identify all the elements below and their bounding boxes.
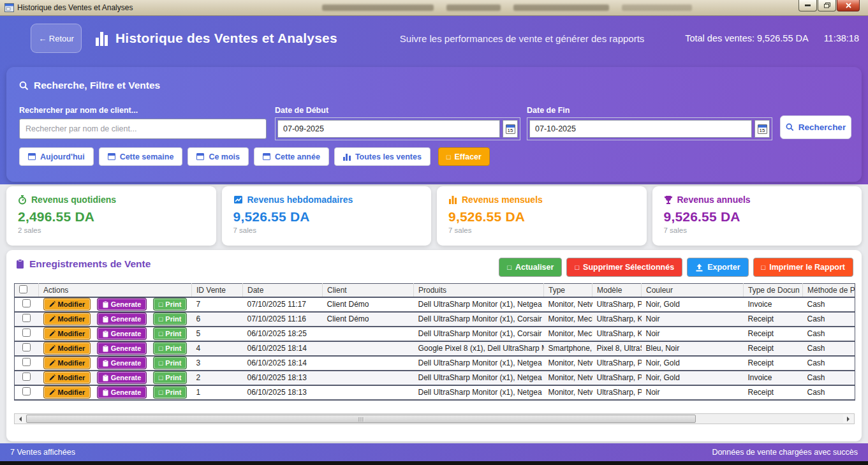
edit-button[interactable]: Modifier (43, 327, 91, 340)
print-button[interactable]: □ Print (153, 357, 188, 369)
pencil-icon (49, 345, 55, 351)
col-couleur[interactable]: Couleur (642, 284, 744, 297)
refresh-button[interactable]: □ Actualiser (499, 258, 562, 277)
row-checkbox[interactable] (22, 343, 31, 351)
background-window-blur (513, 4, 609, 11)
quick-filter-this-week[interactable]: Cette semaine (99, 147, 183, 166)
print-button[interactable]: □ Print (153, 298, 188, 311)
select-all-checkbox[interactable] (19, 285, 27, 293)
date-start-input[interactable] (277, 120, 500, 138)
scrollbar-track[interactable] (26, 414, 843, 424)
generate-button[interactable]: Generate (97, 386, 147, 399)
cell-type: Monitor, Network Swi (544, 297, 592, 312)
sales-count: 7 sales (233, 226, 420, 234)
background-window-blur (622, 4, 692, 11)
clipboard-icon (103, 345, 108, 352)
row-checkbox[interactable] (22, 373, 31, 381)
generate-button[interactable]: Generate (97, 298, 147, 311)
date-start-label: Date de Début (275, 106, 328, 115)
status-left: 7 Ventes affichées (10, 448, 75, 457)
row-checkbox[interactable] (22, 314, 31, 322)
delete-selected-button[interactable]: □ Supprimer Sélectionnés (566, 258, 682, 277)
export-button[interactable]: Exporter (687, 258, 748, 277)
calendar-icon: 15 (506, 124, 515, 134)
row-checkbox[interactable] (22, 387, 31, 395)
pencil-icon (49, 360, 55, 366)
edit-button[interactable]: Modifier (43, 386, 91, 399)
generate-button[interactable]: Generate (97, 342, 147, 355)
print-button[interactable]: □ Print (153, 313, 188, 325)
quick-filter-this-month[interactable]: Ce mois (188, 147, 249, 166)
date-start-calendar-button[interactable]: 15 (503, 120, 518, 138)
row-checkbox[interactable] (22, 358, 31, 366)
table-row[interactable]: Modifier Generate □ Print 3 06/10/2025 1… (15, 356, 855, 371)
app-header: ← Retour Historique des Ventes et Analys… (0, 16, 868, 61)
generate-button[interactable]: Generate (97, 313, 147, 325)
col-id-vente[interactable]: ID Vente (192, 284, 243, 297)
print-button[interactable]: □ Print (153, 342, 188, 355)
cell-type: Monitor, Mechanical I (544, 312, 592, 327)
minimize-button[interactable] (798, 0, 817, 11)
search-button[interactable]: Rechercher (780, 115, 851, 139)
edit-button[interactable]: Modifier (43, 357, 91, 369)
table-row[interactable]: Modifier Generate □ Print 6 07/10/2025 1… (15, 312, 855, 327)
cell-produits: Google Pixel 8 (x1), Dell UltraSharp M (414, 341, 544, 356)
col-produits[interactable]: Produits (414, 284, 544, 297)
col-methode-paiement[interactable]: Méthode de Pa (803, 284, 855, 297)
cell-id-vente: 3 (192, 356, 243, 371)
print-button[interactable]: □ Print (153, 371, 188, 384)
col-date[interactable]: Date (243, 284, 323, 297)
table-row[interactable]: Modifier Generate □ Print 4 06/10/2025 1… (15, 341, 855, 356)
generate-button[interactable]: Generate (97, 371, 147, 384)
scroll-left-button[interactable] (15, 414, 26, 424)
cell-produits: Dell UltraSharp Monitor (x1), Corsair (414, 312, 544, 327)
cell-methode-paiement: Cash (803, 327, 855, 341)
edit-button[interactable]: Modifier (43, 371, 91, 384)
row-checkbox[interactable] (22, 299, 31, 307)
table-row[interactable]: Modifier Generate □ Print 7 07/10/2025 1… (15, 297, 855, 312)
print-button[interactable]: □ Print (153, 386, 188, 399)
cell-type-document: Receipt (744, 312, 803, 327)
cell-modele: UltraSharp, ProSA (592, 385, 642, 400)
quick-filter-this-year[interactable]: Cette année (254, 147, 329, 166)
clipboard-icon (103, 374, 108, 381)
generate-button[interactable]: Generate (97, 357, 147, 369)
col-type-document[interactable]: Type de Docun (744, 284, 803, 297)
table-row[interactable]: Modifier Generate □ Print 5 06/10/2025 1… (15, 327, 855, 341)
stopwatch-icon (18, 195, 27, 205)
col-type[interactable]: Type (544, 284, 592, 297)
cell-produits: Dell UltraSharp Monitor (x1), Corsair (414, 327, 544, 341)
print-button[interactable]: □ Print (153, 327, 188, 340)
maximize-button[interactable] (818, 0, 836, 11)
stat-card-daily: Revenus quotidiens 2,496.55 DA 2 sales (6, 186, 216, 246)
col-client[interactable]: Client (323, 284, 414, 297)
cell-date: 07/10/2025 11:17 (243, 297, 323, 312)
date-end-calendar-button[interactable]: 15 (754, 120, 770, 138)
client-search-input[interactable] (19, 119, 267, 139)
quick-filter-all-sales[interactable]: Toutes les ventes (334, 147, 430, 166)
row-checkbox[interactable] (22, 328, 31, 337)
cell-modele: UltraSharp, K95 R (592, 312, 642, 327)
date-end-input[interactable] (529, 120, 752, 138)
minimize-icon (805, 4, 811, 6)
scroll-right-button[interactable] (843, 414, 854, 424)
col-modele[interactable]: Modèle (592, 284, 642, 297)
edit-button[interactable]: Modifier (43, 313, 91, 325)
close-button[interactable] (837, 0, 860, 11)
cell-date: 06/10/2025 18:13 (243, 385, 323, 400)
edit-button[interactable]: Modifier (43, 342, 91, 355)
scrollbar-thumb[interactable] (26, 415, 696, 423)
generate-button[interactable]: Generate (97, 327, 147, 340)
edit-button[interactable]: Modifier (43, 298, 91, 311)
table-row[interactable]: Modifier Generate □ Print 1 06/10/2025 1… (15, 385, 855, 400)
quick-filter-today[interactable]: Aujourd'hui (19, 147, 94, 166)
back-button[interactable]: ← Retour (31, 24, 82, 53)
cell-methode-paiement: Cash (803, 356, 855, 371)
table-row[interactable]: Modifier Generate □ Print 2 06/10/2025 1… (15, 371, 855, 385)
cell-type-document: Invoice (744, 371, 803, 385)
row-actions-cell: Modifier Generate □ Print (39, 297, 192, 312)
print-report-button[interactable]: □ Imprimer le Rapport (753, 258, 853, 277)
clear-filters-button[interactable]: □ Effacer (438, 147, 490, 166)
col-actions[interactable]: Actions (39, 284, 192, 297)
cell-modele: UltraSharp, K95 R (592, 327, 642, 341)
